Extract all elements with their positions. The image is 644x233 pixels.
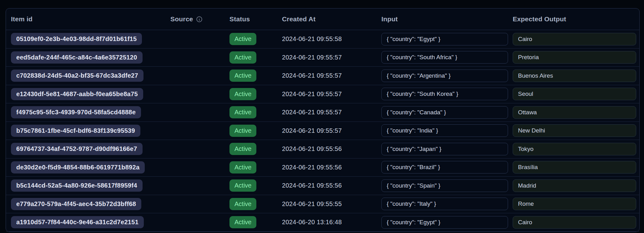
item-id-pill[interactable]: f4975c95-5fc3-4939-970d-58fa5cd4888e: [11, 106, 141, 118]
expected-output-cell: Seoul: [513, 88, 639, 100]
expected-output-cell: Madrid: [513, 179, 639, 192]
expected-output-cell: Buenos Aires: [513, 70, 639, 82]
status-badge: Active: [229, 198, 256, 210]
expected-output-box: Cairo: [513, 216, 636, 229]
table-row: a1910d57-7f84-440c-9e46-a31c2d7e2151 Act…: [6, 213, 639, 232]
status-cell: Active: [229, 198, 282, 210]
status-cell: Active: [229, 161, 282, 173]
item-id-cell: eed5dafe-244f-465c-a84c-4a6e35725120: [6, 51, 170, 64]
column-header-expected-output: Expected Output: [513, 15, 639, 23]
item-id-cell: b75c7861-1fbe-45cf-bdf6-83f139c95539: [6, 125, 170, 137]
table-row: de30d2e0-f5d9-4854-88b6-0619771b892a Act…: [6, 158, 639, 177]
item-id-cell: 05109ef0-2e3b-4e03-98dd-8f7d01b61f15: [6, 33, 170, 45]
status-badge: Active: [229, 106, 256, 118]
expected-output-box: Pretoria: [513, 51, 636, 64]
status-cell: Active: [229, 51, 282, 64]
table-row: e779a270-579a-4f45-aec4-35b72d3bff68 Act…: [6, 195, 639, 214]
status-badge: Active: [229, 51, 256, 64]
item-id-pill[interactable]: a1910d57-7f84-440c-9e46-a31c2d7e2151: [11, 216, 144, 228]
status-cell: Active: [229, 33, 282, 45]
item-id-pill[interactable]: e779a270-579a-4f45-aec4-35b72d3bff68: [11, 198, 141, 210]
item-id-cell: c702838d-24d5-40a2-bf35-67dc3a3dfe27: [6, 70, 170, 82]
input-cell: { "country": "Brazil" }: [381, 161, 513, 173]
status-badge: Active: [229, 33, 256, 45]
created-at-cell: 2024-06-21 09:55:56: [282, 182, 381, 189]
status-cell: Active: [229, 88, 282, 100]
item-id-pill[interactable]: 05109ef0-2e3b-4e03-98dd-8f7d01b61f15: [11, 33, 142, 45]
item-id-cell: e779a270-579a-4f45-aec4-35b72d3bff68: [6, 198, 170, 210]
status-badge: Active: [229, 88, 256, 100]
created-at-cell: 2024-06-21 09:55:55: [282, 200, 381, 208]
input-cell: { "country": "Italy" }: [381, 198, 513, 210]
status-cell: Active: [229, 106, 282, 118]
table-row: 69764737-34af-4752-9787-d90df96166e7 Act…: [6, 140, 639, 158]
item-id-cell: a1910d57-7f84-440c-9e46-a31c2d7e2151: [6, 216, 170, 228]
expected-output-box: Tokyo: [513, 143, 636, 155]
expected-output-cell: Brasília: [513, 161, 639, 173]
item-id-pill[interactable]: de30d2e0-f5d9-4854-88b6-0619771b892a: [11, 161, 145, 173]
table-row: f4975c95-5fc3-4939-970d-58fa5cd4888e Act…: [6, 103, 639, 122]
input-value-box: { "country": "Spain" }: [381, 179, 508, 192]
table-row: eed5dafe-244f-465c-a84c-4a6e35725120 Act…: [6, 49, 639, 67]
input-cell: { "country": "South Korea" }: [381, 88, 513, 100]
dataset-items-table: Item id Source Status Created At Input E…: [6, 8, 640, 232]
table-row: c702838d-24d5-40a2-bf35-67dc3a3dfe27 Act…: [6, 67, 639, 85]
column-header-created-at: Created At: [282, 15, 381, 23]
expected-output-box: Madrid: [513, 179, 636, 192]
input-value-box: { "country": "Japan" }: [381, 143, 508, 155]
status-cell: Active: [229, 179, 282, 192]
input-cell: { "country": "Spain" }: [381, 179, 513, 192]
table-row: 05109ef0-2e3b-4e03-98dd-8f7d01b61f15 Act…: [6, 30, 639, 49]
input-value-box: { "country": "South Africa" }: [381, 51, 508, 64]
expected-output-box: Rome: [513, 198, 636, 210]
input-value-box: { "country": "India" }: [381, 124, 508, 137]
input-value-box: { "country": "Italy" }: [381, 198, 508, 210]
created-at-cell: 2024-06-20 13:16:48: [282, 219, 381, 226]
created-at-cell: 2024-06-21 09:55:57: [282, 109, 381, 116]
expected-output-cell: Ottawa: [513, 106, 639, 119]
input-value-box: { "country": "Argentina" }: [381, 70, 508, 82]
expected-output-box: Ottawa: [513, 106, 636, 119]
item-id-pill[interactable]: 69764737-34af-4752-9787-d90df96166e7: [11, 143, 143, 155]
input-value-box: { "country": "Egypt" }: [381, 33, 508, 45]
table-row: b75c7861-1fbe-45cf-bdf6-83f139c95539 Act…: [6, 122, 639, 140]
status-badge: Active: [229, 70, 256, 82]
input-cell: { "country": "South Africa" }: [381, 51, 513, 64]
item-id-cell: b5c144cd-52a5-4a80-926e-58617f8959f4: [6, 179, 170, 192]
column-header-input: Input: [381, 15, 513, 23]
item-id-cell: f4975c95-5fc3-4939-970d-58fa5cd4888e: [6, 106, 170, 118]
info-circle-icon[interactable]: [196, 16, 203, 23]
input-cell: { "country": "Egypt" }: [381, 33, 513, 45]
expected-output-cell: Rome: [513, 198, 639, 210]
created-at-cell: 2024-06-21 09:55:58: [282, 35, 381, 43]
expected-output-box: New Delhi: [513, 124, 636, 137]
input-value-box: { "country": "Canada" }: [381, 106, 508, 119]
status-badge: Active: [229, 179, 256, 192]
column-header-item-id: Item id: [6, 15, 170, 23]
expected-output-box: Buenos Aires: [513, 70, 636, 82]
item-id-pill[interactable]: c702838d-24d5-40a2-bf35-67dc3a3dfe27: [11, 70, 143, 82]
item-id-pill[interactable]: eed5dafe-244f-465c-a84c-4a6e35725120: [11, 51, 143, 64]
item-id-cell: de30d2e0-f5d9-4854-88b6-0619771b892a: [6, 161, 170, 173]
item-id-pill[interactable]: e12430df-5e81-4687-aabb-f0ea65be8a75: [11, 88, 143, 100]
expected-output-cell: Pretoria: [513, 51, 639, 64]
item-id-pill[interactable]: b5c144cd-52a5-4a80-926e-58617f8959f4: [11, 179, 143, 192]
column-header-source-label: Source: [170, 15, 193, 23]
created-at-cell: 2024-06-21 09:55:57: [282, 127, 381, 134]
status-cell: Active: [229, 70, 282, 82]
status-badge: Active: [229, 143, 256, 155]
item-id-cell: 69764737-34af-4752-9787-d90df96166e7: [6, 143, 170, 155]
created-at-cell: 2024-06-21 09:55:57: [282, 91, 381, 98]
expected-output-cell: New Delhi: [513, 124, 639, 137]
status-badge: Active: [229, 216, 256, 228]
input-cell: { "country": "India" }: [381, 124, 513, 137]
table-row: b5c144cd-52a5-4a80-926e-58617f8959f4 Act…: [6, 177, 639, 195]
column-header-source: Source: [170, 15, 229, 23]
item-id-pill[interactable]: b75c7861-1fbe-45cf-bdf6-83f139c95539: [11, 125, 140, 137]
input-cell: { "country": "Japan" }: [381, 143, 513, 155]
created-at-cell: 2024-06-21 09:55:56: [282, 145, 381, 153]
status-badge: Active: [229, 125, 256, 137]
table-header-row: Item id Source Status Created At Input E…: [6, 8, 639, 30]
status-cell: Active: [229, 125, 282, 137]
input-value-box: { "country": "South Korea" }: [381, 88, 508, 100]
